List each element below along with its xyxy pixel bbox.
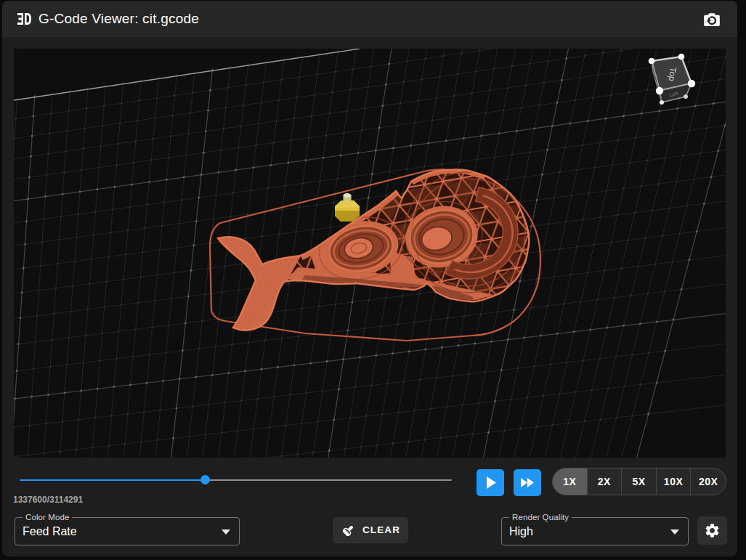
svg-text:Top: Top — [667, 67, 678, 82]
